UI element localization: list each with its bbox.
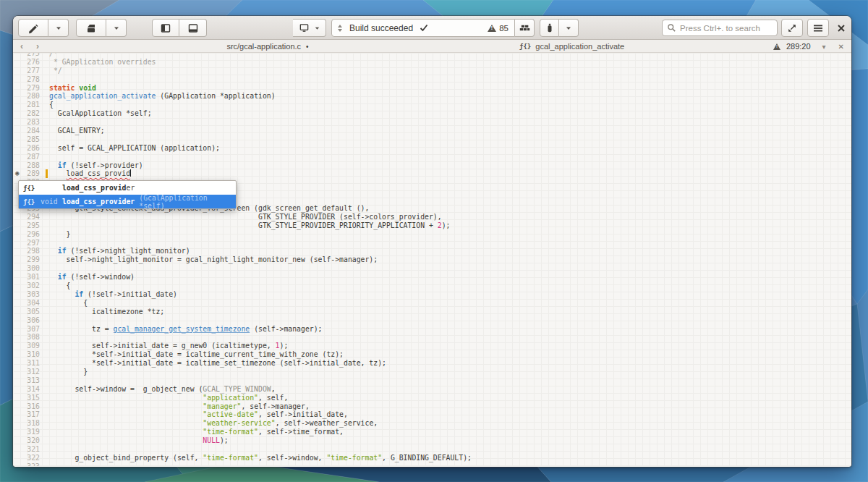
current-symbol-button[interactable]: ƒ{} gcal_application_activate: [519, 40, 624, 53]
toggle-left-panel-button[interactable]: [152, 19, 179, 37]
line-number[interactable]: 287: [13, 153, 48, 161]
code-line[interactable]: 321: [13, 445, 851, 454]
code-line[interactable]: 297: [13, 239, 851, 248]
breakpoint-marker-icon[interactable]: ◉: [15, 169, 19, 178]
code-line[interactable]: 313: [13, 376, 851, 385]
line-number[interactable]: 308: [13, 333, 48, 342]
line-number[interactable]: 302: [13, 282, 48, 290]
code-line[interactable]: 296 }: [13, 230, 851, 239]
code-line[interactable]: 289◉ load_css_provid: [13, 169, 851, 178]
line-number[interactable]: 320: [13, 436, 48, 445]
line-number[interactable]: 313: [13, 376, 48, 385]
window-close-button[interactable]: [832, 19, 851, 37]
code-line[interactable]: 312 }: [13, 368, 851, 376]
code-line[interactable]: 302 {: [13, 282, 851, 290]
export-dropdown-button[interactable]: [106, 19, 127, 37]
code-line[interactable]: 319 "time-format", self->time_format,: [13, 428, 851, 436]
line-number[interactable]: 314: [13, 385, 48, 394]
code-line[interactable]: 311 *self->initial_date = icaltime_set_t…: [13, 359, 851, 368]
line-number[interactable]: 284: [13, 127, 48, 135]
line-number[interactable]: 299: [13, 255, 48, 264]
pen-button[interactable]: [18, 19, 48, 37]
code-line[interactable]: 322 g_object_bind_property (self, "time-…: [13, 454, 851, 462]
code-line[interactable]: 275/*: [13, 53, 851, 58]
line-number[interactable]: 323: [13, 462, 48, 466]
completion-item[interactable]: ƒ{}load_css_provider: [19, 181, 236, 195]
line-number[interactable]: 318: [13, 419, 48, 428]
line-number[interactable]: 282: [13, 109, 48, 118]
code-line[interactable]: 294 GTK_STYLE_PROVIDER (self->colors_pro…: [13, 213, 851, 221]
toggle-bottom-panel-button[interactable]: [179, 19, 207, 37]
build-button[interactable]: [515, 19, 535, 37]
line-number[interactable]: 304: [13, 299, 48, 308]
line-number[interactable]: 288: [13, 161, 48, 170]
code-line[interactable]: 282 GcalApplication *self;: [13, 109, 851, 118]
code-line[interactable]: 285: [13, 135, 851, 144]
line-number[interactable]: 317: [13, 410, 48, 419]
code-line[interactable]: 276 * GApplication overrides: [13, 58, 851, 67]
code-line[interactable]: 300: [13, 264, 851, 273]
line-number[interactable]: 297: [13, 239, 48, 248]
line-number[interactable]: 285: [13, 135, 48, 144]
code-line[interactable]: 287: [13, 153, 851, 161]
code-line[interactable]: 305 icaltimezone *tz;: [13, 308, 851, 316]
code-line[interactable]: 316 "manager", self->manager,: [13, 402, 851, 411]
code-line[interactable]: 301 if (!self->window): [13, 273, 851, 282]
code-line[interactable]: 284 GCAL_ENTRY;: [13, 127, 851, 135]
code-line[interactable]: 281{: [13, 101, 851, 109]
omnibar-spinner-icon[interactable]: [338, 25, 342, 32]
fullscreen-button[interactable]: [781, 19, 803, 37]
line-number[interactable]: 278: [13, 75, 48, 84]
code-line[interactable]: 303 if (!self->initial_date): [13, 290, 851, 299]
run-button[interactable]: [540, 19, 559, 37]
line-number[interactable]: 276: [13, 58, 48, 67]
line-number[interactable]: 319: [13, 428, 48, 436]
line-number[interactable]: 309: [13, 342, 48, 350]
line-number[interactable]: 296: [13, 230, 48, 239]
line-number[interactable]: 301: [13, 273, 48, 282]
code-line[interactable]: 278: [13, 75, 851, 84]
line-number[interactable]: 298: [13, 247, 48, 255]
navigate-forward-button[interactable]: ›: [36, 40, 39, 53]
code-line[interactable]: 320 NULL);: [13, 436, 851, 445]
code-line[interactable]: 298 if (!self->night_light_monitor): [13, 247, 851, 255]
code-line[interactable]: 279static void: [13, 84, 851, 93]
code-line[interactable]: 280gcal_application_activate (GApplicati…: [13, 92, 851, 101]
code-line[interactable]: 283: [13, 118, 851, 127]
code-line[interactable]: 306: [13, 316, 851, 325]
code-line[interactable]: 295 GTK_STYLE_PROVIDER_PRIORITY_APPLICAT…: [13, 221, 851, 230]
line-number[interactable]: 280: [13, 92, 48, 101]
source-editor[interactable]: 275/*276 * GApplication overrides277 */2…: [13, 53, 851, 466]
line-number[interactable]: 295: [13, 221, 48, 230]
code-line[interactable]: 304 {: [13, 299, 851, 308]
line-number[interactable]: 300: [13, 264, 48, 273]
code-line[interactable]: 299 self->night_light_monitor = gcal_nig…: [13, 255, 851, 264]
code-line[interactable]: 317 "active-date", self->initial_date,: [13, 410, 851, 419]
code-line[interactable]: 277 */: [13, 67, 851, 75]
line-number[interactable]: 281: [13, 101, 48, 109]
editor-options-dropdown[interactable]: ▾: [822, 43, 826, 51]
line-number[interactable]: 311: [13, 359, 48, 368]
code-line[interactable]: 323: [13, 462, 851, 466]
menu-button[interactable]: [807, 19, 829, 37]
line-number[interactable]: 305: [13, 308, 48, 316]
line-number[interactable]: 307: [13, 325, 48, 334]
document-title[interactable]: src/gcal-application.c •: [226, 40, 308, 53]
line-number[interactable]: 283: [13, 118, 48, 127]
code-line[interactable]: 310 *self->initial_date = icaltime_curre…: [13, 350, 851, 359]
line-number[interactable]: 312: [13, 368, 48, 376]
line-number[interactable]: 289◉: [13, 169, 48, 178]
line-number[interactable]: 316: [13, 402, 48, 411]
line-number[interactable]: 277: [13, 67, 48, 75]
export-button[interactable]: [76, 19, 106, 37]
line-number[interactable]: 286: [13, 144, 48, 153]
line-number[interactable]: 279: [13, 84, 48, 93]
warning-count-group[interactable]: 85: [488, 24, 509, 33]
completion-item[interactable]: ƒ{}voidload_css_provider(GcalApplication…: [19, 195, 236, 208]
line-number[interactable]: 322: [13, 454, 48, 462]
diagnostics-warning-icon[interactable]: [773, 43, 780, 50]
line-number[interactable]: 303: [13, 290, 48, 299]
search-input[interactable]: [680, 24, 767, 33]
line-number[interactable]: 310: [13, 350, 48, 359]
omnibar[interactable]: Build succeeded 85: [331, 19, 515, 37]
